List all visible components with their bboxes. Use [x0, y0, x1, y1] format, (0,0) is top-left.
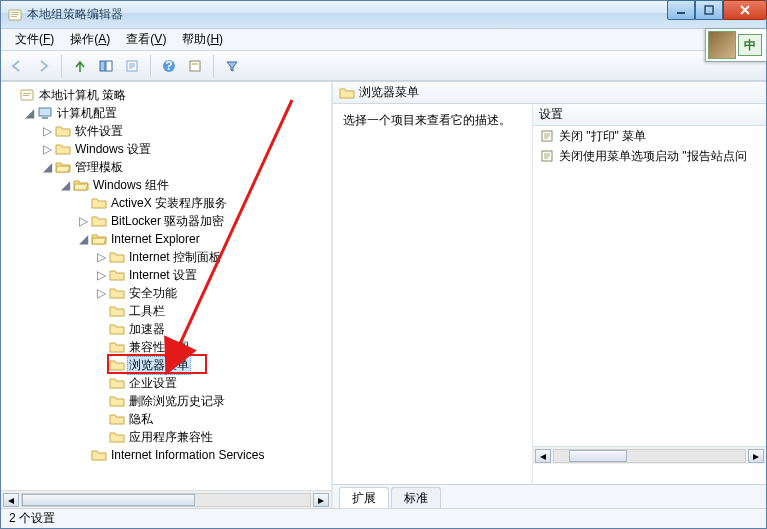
tree-browser-menus[interactable]: 浏览器菜单	[95, 356, 331, 374]
tree-windows-components[interactable]: ◢Windows 组件	[59, 176, 331, 194]
svg-rect-14	[23, 93, 31, 94]
list-item[interactable]: 关闭使用菜单选项启动 "报告站点问	[533, 146, 766, 166]
menu-view[interactable]: 查看(V)	[118, 29, 174, 50]
filter-button[interactable]	[220, 54, 244, 78]
tree-iis[interactable]: Internet Information Services	[77, 446, 331, 464]
menu-action[interactable]: 操作(A)	[62, 29, 118, 50]
folder-open-icon	[55, 159, 71, 175]
tree-compat-view[interactable]: 兼容性视图	[95, 338, 331, 356]
tree-admin-templates[interactable]: ◢管理模板	[41, 158, 331, 176]
svg-rect-1	[11, 12, 19, 13]
expand-icon[interactable]: ▷	[95, 251, 107, 263]
toolbar-separator	[150, 55, 151, 77]
folder-icon	[109, 393, 125, 409]
details-pane: 浏览器菜单 选择一个项目来查看它的描述。 设置 关闭 "打印" 菜单 关闭使用菜…	[333, 82, 766, 508]
tree-activex[interactable]: ActiveX 安装程序服务	[77, 194, 331, 212]
collapse-icon[interactable]: ◢	[77, 233, 89, 245]
folder-icon	[109, 339, 125, 355]
tree-security[interactable]: ▷安全功能	[95, 284, 331, 302]
collapse-icon[interactable]: ◢	[23, 107, 35, 119]
tab-standard[interactable]: 标准	[391, 487, 441, 508]
svg-rect-11	[190, 61, 200, 71]
scroll-left-button[interactable]: ◂	[3, 493, 19, 507]
svg-rect-3	[11, 16, 17, 17]
tree-internet-explorer[interactable]: ◢Internet Explorer	[77, 230, 331, 248]
content-area: 本地计算机 策略 ◢ 计算机配置 ▷软件设置	[1, 81, 766, 508]
list-item[interactable]: 关闭 "打印" 菜单	[533, 126, 766, 146]
folder-icon	[339, 85, 355, 101]
folder-icon	[109, 249, 125, 265]
policy-icon	[19, 87, 35, 103]
tree-toolbars[interactable]: 工具栏	[95, 302, 331, 320]
expand-icon[interactable]: ▷	[41, 125, 53, 137]
collapse-icon[interactable]: ◢	[41, 161, 53, 173]
folder-open-icon	[91, 231, 107, 247]
properties-button[interactable]	[183, 54, 207, 78]
scroll-right-button[interactable]: ▸	[748, 449, 764, 463]
toolbar-separator	[61, 55, 62, 77]
menu-file[interactable]: 文件(F)	[7, 29, 62, 50]
status-text: 2 个设置	[9, 510, 55, 527]
menubar: 文件(F) 操作(A) 查看(V) 帮助(H)	[1, 29, 766, 51]
tree-accelerators[interactable]: 加速器	[95, 320, 331, 338]
folder-icon	[91, 195, 107, 211]
tree-computer-config[interactable]: ◢ 计算机配置	[23, 104, 331, 122]
ime-language-badge[interactable]: 中	[738, 34, 762, 56]
svg-rect-15	[23, 95, 29, 96]
expand-icon[interactable]: ▷	[95, 269, 107, 281]
folder-icon	[91, 447, 107, 463]
column-header-settings[interactable]: 设置	[533, 104, 766, 126]
export-list-button[interactable]	[120, 54, 144, 78]
tree-ie-control-panel[interactable]: ▷Internet 控制面板	[95, 248, 331, 266]
app-window: 本地组策略编辑器 中 文件(F) 操作(A) 查看(V) 帮助(H) ?	[0, 0, 767, 529]
maximize-button[interactable]	[695, 0, 723, 20]
svg-rect-2	[11, 14, 19, 15]
folder-icon	[109, 357, 125, 373]
settings-list: 设置 关闭 "打印" 菜单 关闭使用菜单选项启动 "报告站点问 ◂ ▸	[533, 104, 766, 484]
tree-bitlocker[interactable]: ▷BitLocker 驱动器加密	[77, 212, 331, 230]
tree-delete-history[interactable]: 删除浏览历史记录	[95, 392, 331, 410]
svg-rect-16	[39, 108, 51, 116]
tree-root[interactable]: 本地计算机 策略	[5, 86, 331, 104]
policy-item-icon	[539, 148, 555, 164]
folder-icon	[109, 321, 125, 337]
svg-rect-4	[677, 12, 685, 14]
toolbar: ?	[1, 51, 766, 81]
tree-windows-settings[interactable]: ▷Windows 设置	[41, 140, 331, 158]
help-button[interactable]: ?	[157, 54, 181, 78]
svg-rect-7	[106, 61, 112, 71]
expand-icon[interactable]: ▷	[77, 215, 89, 227]
scroll-right-button[interactable]: ▸	[313, 493, 329, 507]
collapse-icon[interactable]: ◢	[59, 179, 71, 191]
policy-item-icon	[539, 128, 555, 144]
up-button[interactable]	[68, 54, 92, 78]
app-icon	[7, 7, 23, 23]
toolbar-separator	[213, 55, 214, 77]
menu-help[interactable]: 帮助(H)	[174, 29, 231, 50]
computer-icon	[37, 105, 53, 121]
tree-corp-settings[interactable]: 企业设置	[95, 374, 331, 392]
scroll-left-button[interactable]: ◂	[535, 449, 551, 463]
folder-icon	[109, 411, 125, 427]
tree-privacy[interactable]: 隐私	[95, 410, 331, 428]
show-hide-tree-button[interactable]	[94, 54, 118, 78]
close-button[interactable]	[723, 0, 767, 20]
tree-h-scrollbar[interactable]: ◂ ▸	[1, 490, 331, 508]
forward-button[interactable]	[31, 54, 55, 78]
folder-open-icon	[73, 177, 89, 193]
tree-scroll[interactable]: 本地计算机 策略 ◢ 计算机配置 ▷软件设置	[1, 82, 331, 490]
tree-app-compat[interactable]: 应用程序兼容性	[95, 428, 331, 446]
tree-software-settings[interactable]: ▷软件设置	[41, 122, 331, 140]
tree-pane: 本地计算机 策略 ◢ 计算机配置 ▷软件设置	[1, 82, 333, 508]
ime-float-panel[interactable]: 中	[705, 28, 767, 62]
list-item-label: 关闭 "打印" 菜单	[559, 128, 646, 145]
list-h-scrollbar[interactable]: ◂ ▸	[533, 446, 766, 464]
folder-icon	[55, 141, 71, 157]
tab-extended[interactable]: 扩展	[339, 487, 389, 508]
expand-icon[interactable]: ▷	[41, 143, 53, 155]
back-button[interactable]	[5, 54, 29, 78]
window-buttons	[667, 0, 767, 20]
tree-ie-settings[interactable]: ▷Internet 设置	[95, 266, 331, 284]
minimize-button[interactable]	[667, 0, 695, 20]
expand-icon[interactable]: ▷	[95, 287, 107, 299]
